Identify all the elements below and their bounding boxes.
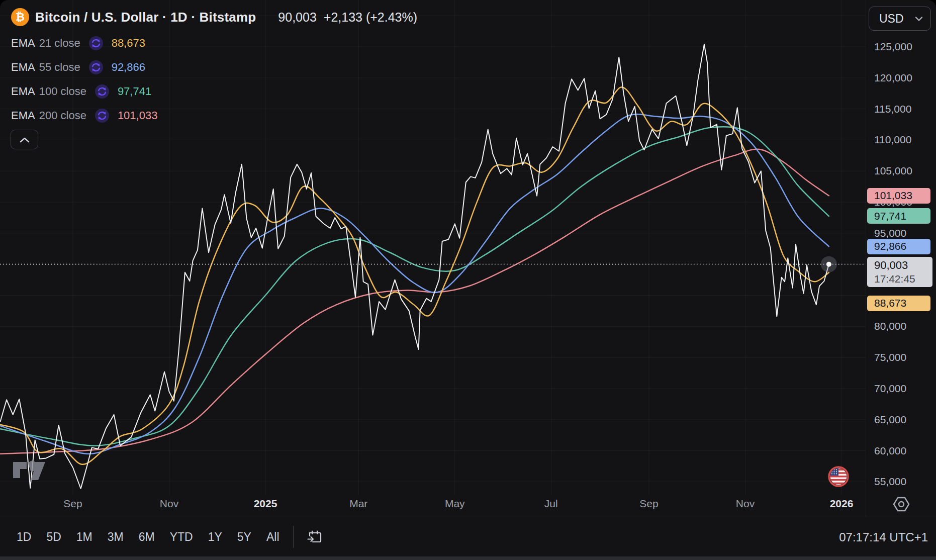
indicator-name: EMA <box>11 61 35 74</box>
go-to-date-button[interactable] <box>303 525 327 549</box>
price-axis-label: 95,000 <box>874 227 906 239</box>
range-button-all[interactable]: All <box>259 525 287 549</box>
indicator-params: 100 close <box>39 85 86 98</box>
indicator-value: 92,866 <box>112 61 145 74</box>
time-axis-label-month: Sep <box>63 498 82 510</box>
time-axis-label-month: Nov <box>736 498 755 510</box>
indicator-value: 97,741 <box>118 85 151 98</box>
indicator-sync-icon[interactable] <box>95 84 110 99</box>
indicator-value: 101,033 <box>118 109 158 122</box>
indicator-name: EMA <box>11 109 35 122</box>
time-axis[interactable]: SepNov2025MarMayJulSepNov2026 <box>0 495 866 517</box>
bottom-edge-strip <box>0 556 936 560</box>
current-price-tag: 90,00317:42:45 <box>867 257 932 287</box>
go-to-date-calendar-icon <box>307 529 323 545</box>
indicator-value: 88,673 <box>112 37 145 50</box>
current-price-value: 90,003 <box>874 259 932 272</box>
us-flag-icon[interactable] <box>827 465 850 488</box>
time-axis-label-year: 2025 <box>254 498 277 510</box>
time-axis-label-month: Mar <box>349 498 367 510</box>
indicator-params: 200 close <box>39 109 86 122</box>
last-price-dot <box>826 262 831 267</box>
bottom-toolbar: 1D5D1M3M6MYTD1Y5YAll 07:17:14 UTC+1 <box>0 517 936 556</box>
series-ema-21 <box>1 87 829 464</box>
price-axis-label: 70,000 <box>874 383 906 395</box>
price-axis-label: 120,000 <box>874 72 912 84</box>
indicator-legend: EMA21 close 88,673EMA55 close 92,866EMA1… <box>11 31 157 128</box>
legend-row-ema-100[interactable]: EMA100 close 97,741 <box>11 79 157 104</box>
time-axis-label-month: Jul <box>544 498 558 510</box>
price-axis-label: 75,000 <box>874 351 906 363</box>
price-tag: 101,033 <box>867 188 930 204</box>
indicator-params: 55 close <box>39 61 80 74</box>
legend-row-ema-55[interactable]: EMA55 close 92,866 <box>11 55 157 79</box>
price-axis[interactable]: 125,000120,000115,000110,000105,000100,0… <box>866 0 936 517</box>
price-scale-settings-gear-icon[interactable] <box>892 496 910 513</box>
range-button-6m[interactable]: 6M <box>131 525 162 549</box>
range-button-1d[interactable]: 1D <box>9 525 39 549</box>
currency-label: USD <box>879 12 914 26</box>
indicator-params: 21 close <box>39 37 80 50</box>
tradingview-logo[interactable] <box>12 449 52 492</box>
price-axis-label: 60,000 <box>874 445 906 457</box>
range-button-1y[interactable]: 1Y <box>201 525 230 549</box>
indicator-sync-icon[interactable] <box>88 36 104 51</box>
quote-last-price: 90,003 <box>278 10 316 25</box>
chart-header: ₿ Bitcoin / U.S. Dollar · 1D · Bitstamp … <box>11 8 417 26</box>
indicator-sync-icon[interactable] <box>88 60 104 75</box>
indicator-sync-icon[interactable] <box>95 108 110 123</box>
current-price-countdown: 17:42:45 <box>874 273 932 285</box>
time-axis-label-month: Sep <box>639 498 658 510</box>
chevron-up-icon <box>19 136 31 143</box>
time-axis-label-month: Nov <box>160 498 178 510</box>
range-button-3m[interactable]: 3M <box>100 525 131 549</box>
legend-row-ema-21[interactable]: EMA21 close 88,673 <box>11 31 157 55</box>
price-axis-label: 80,000 <box>874 320 906 332</box>
clock-timezone-button[interactable]: 07:17:14 UTC+1 <box>839 517 928 557</box>
bitcoin-icon: ₿ <box>11 8 29 26</box>
symbol-title[interactable]: Bitcoin / U.S. Dollar · 1D · Bitstamp <box>35 10 256 25</box>
range-button-5d[interactable]: 5D <box>39 525 68 549</box>
price-axis-label: 125,000 <box>874 41 912 53</box>
currency-dropdown[interactable]: USD <box>869 7 931 31</box>
price-axis-label: 105,000 <box>874 165 912 177</box>
date-range-buttons: 1D5D1M3M6MYTD1Y5YAll <box>9 525 287 549</box>
legend-collapse-button[interactable] <box>11 130 38 149</box>
series-ema-200 <box>1 149 829 454</box>
time-axis-label-year: 2026 <box>830 498 854 510</box>
trading-chart-app: ₿ Bitcoin / U.S. Dollar · 1D · Bitstamp … <box>0 0 936 560</box>
range-button-5y[interactable]: 5Y <box>230 525 259 549</box>
price-tag: 88,673 <box>867 296 930 311</box>
toolbar-divider <box>293 526 294 548</box>
indicator-name: EMA <box>11 37 35 50</box>
price-tag: 97,741 <box>867 208 930 224</box>
range-button-ytd[interactable]: YTD <box>162 525 201 549</box>
quote-change: +2,133 (+2.43%) <box>324 10 417 25</box>
range-button-1m[interactable]: 1M <box>69 525 100 549</box>
price-axis-label: 65,000 <box>874 414 906 426</box>
price-axis-label: 55,000 <box>874 476 906 488</box>
quote: 90,003 +2,133 (+2.43%) <box>278 10 417 25</box>
price-axis-label: 115,000 <box>874 103 911 115</box>
series-ema-100 <box>1 127 829 445</box>
price-tag: 92,866 <box>867 239 930 254</box>
legend-row-ema-200[interactable]: EMA200 close 101,033 <box>11 104 157 128</box>
price-axis-label: 110,000 <box>874 134 911 146</box>
indicator-name: EMA <box>11 85 35 98</box>
chevron-down-icon <box>914 16 923 22</box>
time-axis-label-month: May <box>445 498 465 510</box>
